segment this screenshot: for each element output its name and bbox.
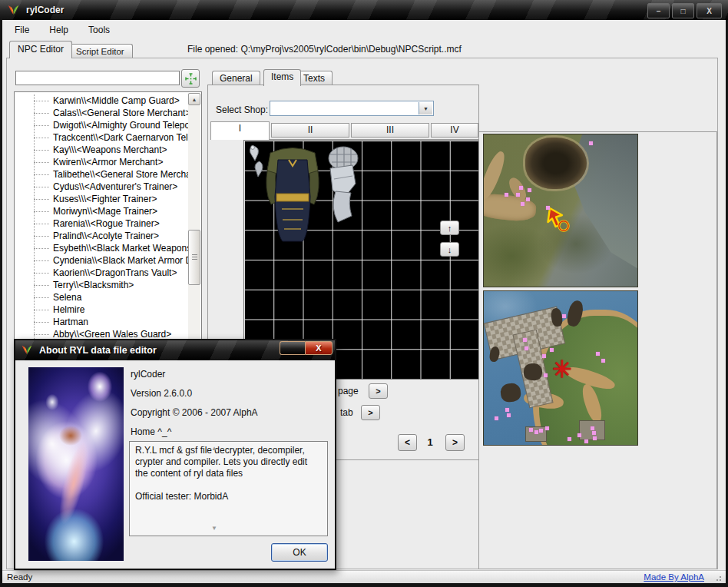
- shop-tab-3[interactable]: III: [351, 123, 429, 138]
- move-item-up-button[interactable]: ↑: [440, 221, 459, 235]
- tree-item-npc[interactable]: Rarenia\\<Rogue Trainer>: [15, 217, 188, 230]
- npc-dot-marker: [545, 426, 549, 430]
- npc-name: Cydus\\<Adventurer's Trainer>: [53, 181, 177, 192]
- copy-tab-button[interactable]: >: [361, 405, 380, 420]
- window-title: rylCoder: [26, 5, 64, 15]
- tab-general[interactable]: General: [212, 71, 260, 85]
- npc-name: Moriwyn\\<Mage Trainer>: [53, 206, 157, 217]
- crosshair-icon: [185, 73, 197, 85]
- npc-name: Cyndenia\\<Black Market Armor De: [53, 255, 188, 266]
- textbox-scroll-down-icon[interactable]: ▼: [210, 525, 219, 532]
- titlebar: rylCoder – □ X: [0, 0, 728, 20]
- npc-dot-marker: [584, 439, 588, 443]
- select-shop-combobox[interactable]: ▼: [270, 101, 434, 116]
- map-lake: [525, 138, 587, 189]
- tree-item-npc[interactable]: Karwin\\<Middle Camp Guard>: [15, 95, 188, 107]
- about-copyright: Copyright © 2006 - 2007 AlphA: [131, 407, 258, 418]
- window-border-left: [0, 20, 2, 582]
- combo-dropdown-icon[interactable]: ▼: [419, 102, 432, 114]
- textbox-scroll-up-icon[interactable]: ▲: [210, 445, 219, 452]
- close-button[interactable]: X: [697, 3, 722, 18]
- npc-dot-marker: [519, 186, 523, 190]
- tree-item-npc[interactable]: Cyndenia\\<Black Market Armor De: [15, 254, 188, 267]
- artwork-figure: [59, 426, 82, 446]
- shop-tab-1[interactable]: I: [210, 121, 270, 140]
- ok-button[interactable]: OK: [271, 543, 328, 562]
- tab-script-editor[interactable]: Script Editor: [68, 44, 133, 58]
- tree-item-npc[interactable]: Calas\\<General Store Merchant>: [15, 107, 188, 119]
- about-dialog: About RYL data file editor X rylCoder Ve…: [14, 339, 336, 570]
- copy-page-button[interactable]: >: [369, 383, 388, 399]
- menu-tools[interactable]: Tools: [81, 22, 117, 38]
- current-page-number: 1: [424, 436, 436, 448]
- npc-dot-marker: [524, 347, 528, 350]
- npc-name: Talibethe\\<General Store Merchan: [53, 169, 188, 180]
- world-map-harbor[interactable]: ✳: [483, 290, 638, 446]
- map-boat: [523, 363, 542, 381]
- item-gauntlet-sprite[interactable]: [320, 145, 363, 225]
- scrollbar-thumb[interactable]: [188, 230, 200, 285]
- dialog-close-shade: [280, 341, 305, 355]
- tree-item-npc[interactable]: Helmire: [15, 303, 188, 316]
- npc-name: Calas\\<General Store Merchant>: [53, 108, 188, 118]
- tree-item-npc[interactable]: Dwigot\\<Almighty Ground Teleport: [15, 119, 188, 131]
- tree-item-npc[interactable]: Hartman: [15, 316, 188, 328]
- npc-name: Helmire: [53, 304, 84, 315]
- tab-items[interactable]: Items: [263, 69, 301, 86]
- select-shop-label: Select Shop:: [216, 104, 268, 115]
- tree-item-npc[interactable]: Pralind\\<Acolyte Trainer>: [15, 230, 188, 242]
- dialog-close-x-icon[interactable]: X: [305, 341, 333, 355]
- tree-item-npc[interactable]: Kwiren\\<Armor Merchant>: [15, 156, 188, 168]
- move-item-down-button[interactable]: ↓: [440, 242, 459, 257]
- npc-search-input[interactable]: [15, 71, 180, 85]
- tree-item-npc[interactable]: Cydus\\<Adventurer's Trainer>: [15, 181, 188, 193]
- npc-dot-marker: [589, 141, 593, 145]
- next-page-button[interactable]: >: [445, 434, 465, 451]
- tree-item-npc[interactable]: Trackcent\\<Dark Caernarvon Tele: [15, 131, 188, 144]
- npc-name: Rarenia\\<Rogue Trainer>: [53, 218, 160, 229]
- npc-dot-marker: [591, 426, 594, 430]
- prev-page-button[interactable]: <: [398, 434, 417, 451]
- menu-help[interactable]: Help: [41, 22, 76, 38]
- thumb-grip: [192, 254, 197, 255]
- menu-file[interactable]: File: [7, 22, 37, 38]
- item-armor-sprite[interactable]: [263, 143, 322, 243]
- selected-npc-star-icon: ✳: [552, 358, 571, 381]
- about-description-textbox[interactable]: R.Y.L mcf & gsf file decrypter, decompil…: [129, 441, 328, 536]
- dialog-close-button[interactable]: X: [280, 341, 333, 355]
- about-home-link[interactable]: Home ^_^: [131, 426, 171, 437]
- tree-item-npc[interactable]: Terry\\<Blacksmith>: [15, 279, 188, 291]
- maximize-button[interactable]: □: [672, 3, 694, 18]
- npc-dot-marker: [495, 416, 498, 420]
- scroll-up-arrow-icon[interactable]: ▲: [188, 93, 200, 105]
- world-map-terrain[interactable]: [483, 134, 638, 287]
- resize-grip[interactable]: [713, 573, 721, 581]
- npc-name: Selena: [53, 292, 81, 303]
- tree-item-npc[interactable]: Esybeth\\<Black Market Weapons I: [15, 242, 188, 254]
- tree-item-npc[interactable]: Selena: [15, 291, 188, 303]
- npc-dot-marker: [546, 206, 550, 210]
- shop-tab-2[interactable]: II: [271, 123, 349, 138]
- npc-name: Kwiren\\<Armor Merchant>: [53, 157, 163, 167]
- made-by-link[interactable]: Made By AlphA: [644, 572, 704, 582]
- npc-dot-marker: [593, 436, 597, 440]
- shop-tab-4[interactable]: IV: [431, 123, 478, 138]
- npc-dot-marker: [577, 433, 581, 437]
- tab-texts[interactable]: Texts: [296, 71, 333, 85]
- minimize-button[interactable]: –: [647, 3, 670, 18]
- npc-dot-marker: [601, 359, 605, 363]
- locate-npc-button[interactable]: [181, 69, 200, 88]
- menu-bar: File Help Tools: [2, 21, 726, 38]
- npc-dot-marker: [516, 193, 520, 197]
- tree-item-npc[interactable]: Moriwyn\\<Mage Trainer>: [15, 205, 188, 217]
- tree-item-npc[interactable]: Talibethe\\<General Store Merchan: [15, 168, 188, 181]
- tab-npc-editor[interactable]: NPC Editor: [9, 41, 72, 58]
- npc-name: Kaorien\\<DragonTrans Vault>: [53, 267, 177, 278]
- tree-item-npc[interactable]: Kuses\\\<Fighter Trainer>: [15, 193, 188, 205]
- tree-item-npc[interactable]: Kaorien\\<DragonTrans Vault>: [15, 267, 188, 279]
- about-dialog-title: About RYL data file editor: [39, 345, 157, 356]
- tree-item-npc[interactable]: Kay\\\<Weapons Merchant>: [15, 144, 188, 156]
- npc-dot-marker: [505, 193, 508, 197]
- npc-dot-marker: [562, 314, 566, 318]
- app-logo-icon: [7, 4, 20, 17]
